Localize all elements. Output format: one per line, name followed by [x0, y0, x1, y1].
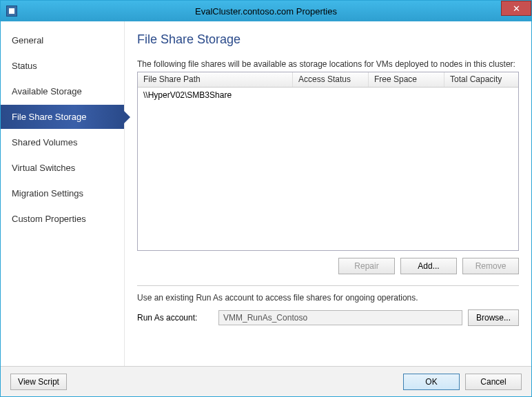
sidebar-item-label: Available Storage: [12, 86, 82, 96]
sidebar-item-available-storage[interactable]: Available Storage: [1, 79, 124, 103]
sidebar-item-virtual-switches[interactable]: Virtual Switches: [1, 156, 124, 180]
ok-button[interactable]: OK: [403, 374, 460, 390]
properties-window: EvalCluster.contoso.com Properties ✕ Gen…: [0, 0, 532, 397]
window-title: EvalCluster.contoso.com Properties: [1, 6, 531, 17]
titlebar[interactable]: EvalCluster.contoso.com Properties ✕: [1, 1, 531, 21]
runas-description: Use an existing Run As account to access…: [137, 293, 519, 303]
sidebar-item-label: General: [12, 35, 43, 45]
runas-input[interactable]: [218, 310, 462, 325]
runas-row: Run As account: Browse...: [137, 309, 519, 326]
cancel-button[interactable]: Cancel: [465, 374, 522, 390]
cell-access: [293, 90, 369, 100]
sidebar-item-general[interactable]: General: [1, 28, 124, 52]
col-free-space[interactable]: Free Space: [369, 72, 444, 87]
sidebar-item-label: Shared Volumes: [12, 137, 77, 147]
sidebar-item-shared-volumes[interactable]: Shared Volumes: [1, 130, 124, 154]
cell-total: [444, 90, 518, 100]
cell-free: [369, 90, 444, 100]
page-title: File Share Storage: [137, 32, 519, 47]
sidebar-item-label: Migration Settings: [12, 188, 83, 198]
view-script-button[interactable]: View Script: [10, 374, 67, 390]
sidebar: General Status Available Storage File Sh…: [1, 21, 125, 366]
table-header: File Share Path Access Status Free Space…: [138, 72, 518, 88]
col-file-share-path[interactable]: File Share Path: [138, 72, 293, 87]
sidebar-item-label: Custom Properties: [12, 214, 86, 224]
repair-button: Repair: [338, 258, 395, 274]
cell-path: \\HyperV02\SMB3Share: [138, 90, 293, 100]
col-access-status[interactable]: Access Status: [293, 72, 369, 87]
table-body[interactable]: \\HyperV02\SMB3Share: [138, 88, 518, 250]
runas-label: Run As account:: [137, 313, 213, 323]
table-row[interactable]: \\HyperV02\SMB3Share: [138, 88, 518, 103]
separator: [137, 285, 519, 286]
sidebar-item-custom-properties[interactable]: Custom Properties: [1, 207, 124, 231]
remove-button: Remove: [462, 258, 519, 274]
sidebar-item-file-share-storage[interactable]: File Share Storage: [1, 105, 124, 129]
sidebar-item-label: File Share Storage: [12, 112, 86, 122]
sidebar-item-status[interactable]: Status: [1, 54, 124, 78]
description-text: The following file shares will be availa…: [137, 59, 519, 69]
sidebar-item-label: Virtual Switches: [12, 163, 75, 173]
table-button-row: Repair Add... Remove: [137, 258, 519, 274]
dialog-body: General Status Available Storage File Sh…: [1, 21, 531, 366]
sidebar-item-migration-settings[interactable]: Migration Settings: [1, 181, 124, 205]
file-share-table: File Share Path Access Status Free Space…: [137, 72, 519, 251]
main-panel: File Share Storage The following file sh…: [125, 21, 531, 366]
close-button[interactable]: ✕: [501, 1, 531, 16]
footer: View Script OK Cancel: [1, 366, 531, 396]
browse-button[interactable]: Browse...: [468, 309, 519, 326]
sidebar-item-label: Status: [12, 61, 37, 71]
col-total-capacity[interactable]: Total Capacity: [444, 72, 518, 87]
add-button[interactable]: Add...: [400, 258, 457, 274]
close-icon: ✕: [513, 3, 520, 14]
